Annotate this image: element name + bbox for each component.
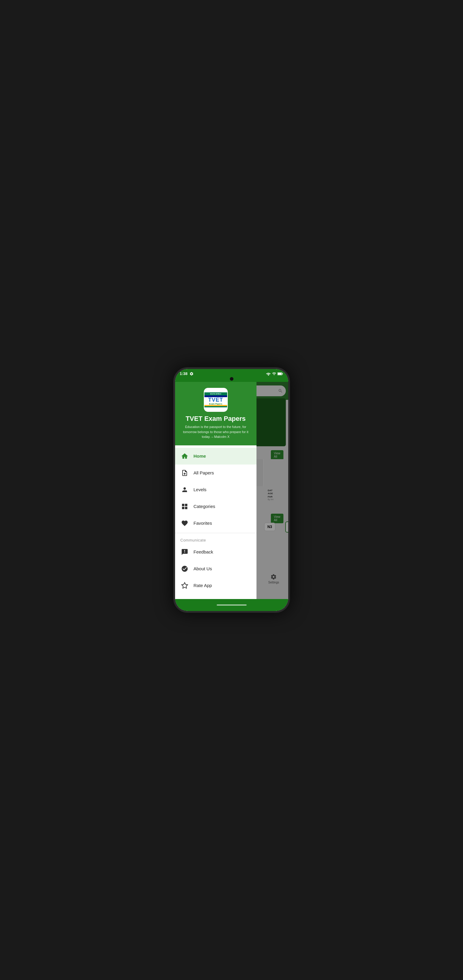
camera-dot <box>230 377 233 381</box>
app-logo: SOUTH AFRICA TVET Exam Papers <box>204 388 228 412</box>
screen-content: CATE co.za media 2023 View All <box>175 382 288 599</box>
nav-label-favorites: Favorites <box>193 520 212 526</box>
wifi-icon <box>266 372 271 375</box>
nav-item-home[interactable]: Home <box>175 448 257 465</box>
nav-label-feedback: Feedback <box>193 549 213 554</box>
about-us-icon <box>181 565 189 573</box>
categories-icon <box>181 502 189 511</box>
navigation-drawer: SOUTH AFRICA TVET Exam Papers TVET Exam … <box>175 382 257 599</box>
share-app-icon <box>181 598 189 599</box>
levels-icon <box>181 485 189 494</box>
nav-item-categories[interactable]: Categories <box>175 498 257 515</box>
bottom-bar <box>175 599 288 611</box>
gear-icon <box>189 372 193 376</box>
nav-item-favorites[interactable]: Favorites <box>175 515 257 531</box>
favorites-icon <box>181 519 189 527</box>
nav-label-about-us: About Us <box>193 566 212 571</box>
signal-icon <box>272 372 276 376</box>
battery-icon <box>277 372 284 375</box>
nav-item-levels[interactable]: Levels <box>175 481 257 498</box>
camera-area <box>175 377 288 382</box>
all-papers-icon <box>181 469 189 477</box>
phone-screen: 1:38 <box>175 369 288 611</box>
communicate-section-label: Communicate <box>175 535 257 544</box>
drawer-quote: Education is the passport to the future,… <box>180 425 252 439</box>
app-title: TVET Exam Papers <box>186 415 246 423</box>
nav-label-categories: Categories <box>193 504 216 509</box>
drawer-header: SOUTH AFRICA TVET Exam Papers TVET Exam … <box>175 382 257 445</box>
phone-frame: 1:38 <box>173 367 290 613</box>
nav-item-about-us[interactable]: About Us <box>175 560 257 577</box>
nav-item-all-papers[interactable]: All Papers <box>175 465 257 481</box>
status-icons <box>266 372 284 376</box>
nav-item-feedback[interactable]: Feedback <box>175 544 257 560</box>
feedback-icon <box>181 548 189 556</box>
svg-rect-1 <box>282 373 283 374</box>
nav-label-rate-app: Rate App <box>193 583 212 588</box>
svg-rect-2 <box>278 372 282 374</box>
nav-label-levels: Levels <box>193 487 206 492</box>
home-icon <box>181 452 189 460</box>
nav-item-share-app[interactable]: Share App <box>175 594 257 599</box>
nav-item-rate-app[interactable]: Rate App <box>175 577 257 594</box>
nav-label-all-papers: All Papers <box>193 470 214 475</box>
status-bar: 1:38 <box>175 369 288 377</box>
home-indicator <box>217 605 247 606</box>
rate-app-icon <box>181 581 189 590</box>
status-time: 1:38 <box>180 371 188 376</box>
drawer-nav: Home All Papers Levels <box>175 445 257 599</box>
nav-label-home: Home <box>193 453 206 458</box>
